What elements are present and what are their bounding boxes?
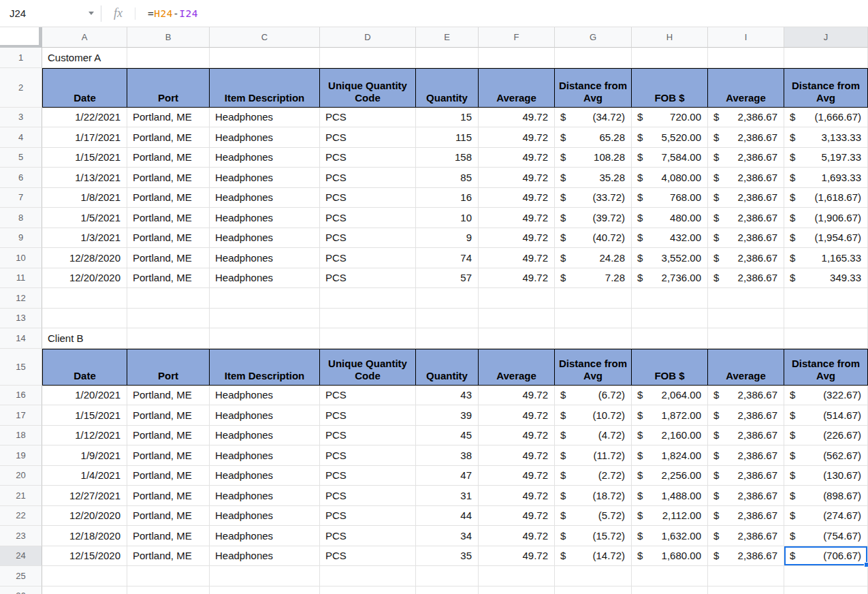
cell-G3[interactable]: $(34.72) xyxy=(555,108,632,128)
row-header-25[interactable]: 25 xyxy=(0,566,42,587)
cell-E20[interactable]: 47 xyxy=(416,466,479,486)
cell-D1[interactable] xyxy=(320,48,416,68)
cell-G1[interactable] xyxy=(555,48,632,68)
cell-H17[interactable]: $1,872.00 xyxy=(632,405,708,426)
cell-C22[interactable]: Headphones xyxy=(210,506,320,527)
cell-D21[interactable]: PCS xyxy=(320,486,416,506)
cell-H20[interactable]: $2,256.00 xyxy=(632,466,708,486)
column-header-E[interactable]: E xyxy=(416,27,479,48)
cell-D18[interactable]: PCS xyxy=(320,426,416,446)
cell-E24[interactable]: 35 xyxy=(416,546,479,567)
cell-H8[interactable]: $480.00 xyxy=(632,208,708,228)
row-header-23[interactable]: 23 xyxy=(0,526,42,546)
cell-B24[interactable]: Portland, ME xyxy=(127,546,210,567)
row-header-12[interactable]: 12 xyxy=(0,288,42,309)
cell-A15[interactable]: Date xyxy=(42,349,127,386)
cell-A24[interactable]: 12/15/2020 xyxy=(42,546,127,567)
cell-I20[interactable]: $2,386.67 xyxy=(708,466,784,486)
cell-D13[interactable] xyxy=(320,309,416,329)
cell-G19[interactable]: $(11.72) xyxy=(555,446,632,466)
cell-J16[interactable]: $(322.67) xyxy=(784,386,868,406)
cell-D17[interactable]: PCS xyxy=(320,405,416,426)
cell-J10[interactable]: $1,165.33 xyxy=(784,248,868,268)
cell-H19[interactable]: $1,824.00 xyxy=(632,446,708,466)
cell-D19[interactable]: PCS xyxy=(320,446,416,466)
cell-G7[interactable]: $(33.72) xyxy=(555,188,632,208)
name-box[interactable]: J24 xyxy=(0,0,101,27)
cell-E18[interactable]: 45 xyxy=(416,426,479,446)
cell-C16[interactable]: Headphones xyxy=(210,386,320,406)
cell-B20[interactable]: Portland, ME xyxy=(127,466,210,486)
cell-B15[interactable]: Port xyxy=(127,349,210,386)
cell-F26[interactable] xyxy=(479,587,555,594)
cell-I26[interactable] xyxy=(708,587,784,594)
cell-H9[interactable]: $432.00 xyxy=(632,228,708,249)
cell-E11[interactable]: 57 xyxy=(416,268,479,289)
cell-G14[interactable] xyxy=(555,328,632,349)
cell-A3[interactable]: 1/22/2021 xyxy=(42,108,127,128)
cell-D16[interactable]: PCS xyxy=(320,386,416,406)
cell-J22[interactable]: $(274.67) xyxy=(784,506,868,527)
cell-G9[interactable]: $(40.72) xyxy=(555,228,632,249)
cell-E10[interactable]: 74 xyxy=(416,248,479,268)
cell-C10[interactable]: Headphones xyxy=(210,248,320,268)
cell-B5[interactable]: Portland, ME xyxy=(127,148,210,168)
cell-J12[interactable] xyxy=(784,288,868,309)
cell-G13[interactable] xyxy=(555,309,632,329)
cell-F14[interactable] xyxy=(479,328,555,349)
cell-E23[interactable]: 34 xyxy=(416,526,479,546)
row-header-8[interactable]: 8 xyxy=(0,208,42,228)
cell-C15[interactable]: Item Description xyxy=(210,349,320,386)
cell-B25[interactable] xyxy=(127,566,210,587)
cell-I19[interactable]: $2,386.67 xyxy=(708,446,784,466)
cell-B10[interactable]: Portland, ME xyxy=(127,248,210,268)
cell-F12[interactable] xyxy=(479,288,555,309)
cell-F5[interactable]: 49.72 xyxy=(479,148,555,168)
cell-B14[interactable] xyxy=(127,328,210,349)
cell-E15[interactable]: Quantity xyxy=(416,349,479,386)
row-header-11[interactable]: 11 xyxy=(0,268,42,289)
cell-J3[interactable]: $(1,666.67) xyxy=(784,108,868,128)
cell-J20[interactable]: $(130.67) xyxy=(784,466,868,486)
cell-D8[interactable]: PCS xyxy=(320,208,416,228)
cell-D7[interactable]: PCS xyxy=(320,188,416,208)
cell-C6[interactable]: Headphones xyxy=(210,168,320,188)
cell-A6[interactable]: 1/13/2021 xyxy=(42,168,127,188)
cell-A14[interactable]: Client B xyxy=(42,328,127,349)
cell-G15[interactable]: Distance from Avg xyxy=(555,349,632,386)
cell-H22[interactable]: $2,112.00 xyxy=(632,506,708,527)
cell-H3[interactable]: $720.00 xyxy=(632,108,708,128)
cell-F2[interactable]: Average xyxy=(479,68,555,108)
cell-E2[interactable]: Quantity xyxy=(416,68,479,108)
cell-H21[interactable]: $1,488.00 xyxy=(632,486,708,506)
cell-C25[interactable] xyxy=(210,566,320,587)
cell-D24[interactable]: PCS xyxy=(320,546,416,567)
cell-F21[interactable]: 49.72 xyxy=(479,486,555,506)
cell-E9[interactable]: 9 xyxy=(416,228,479,249)
cell-J1[interactable] xyxy=(784,48,868,68)
cell-F18[interactable]: 49.72 xyxy=(479,426,555,446)
cell-D4[interactable]: PCS xyxy=(320,127,416,148)
cell-D20[interactable]: PCS xyxy=(320,466,416,486)
cell-B8[interactable]: Portland, ME xyxy=(127,208,210,228)
cell-C4[interactable]: Headphones xyxy=(210,127,320,148)
cell-H26[interactable] xyxy=(632,587,708,594)
cell-A5[interactable]: 1/15/2021 xyxy=(42,148,127,168)
cell-A9[interactable]: 1/3/2021 xyxy=(42,228,127,249)
cell-C19[interactable]: Headphones xyxy=(210,446,320,466)
cell-C3[interactable]: Headphones xyxy=(210,108,320,128)
cell-E14[interactable] xyxy=(416,328,479,349)
column-header-A[interactable]: A xyxy=(42,27,127,48)
cell-H2[interactable]: FOB $ xyxy=(632,68,708,108)
cell-A23[interactable]: 12/18/2020 xyxy=(42,526,127,546)
cell-H12[interactable] xyxy=(632,288,708,309)
cell-I5[interactable]: $2,386.67 xyxy=(708,148,784,168)
cell-G18[interactable]: $(4.72) xyxy=(555,426,632,446)
cell-A2[interactable]: Date xyxy=(42,68,127,108)
cell-J17[interactable]: $(514.67) xyxy=(784,405,868,426)
cell-B17[interactable]: Portland, ME xyxy=(127,405,210,426)
cell-E12[interactable] xyxy=(416,288,479,309)
cell-D26[interactable] xyxy=(320,587,416,594)
cell-G6[interactable]: $35.28 xyxy=(555,168,632,188)
cell-D5[interactable]: PCS xyxy=(320,148,416,168)
